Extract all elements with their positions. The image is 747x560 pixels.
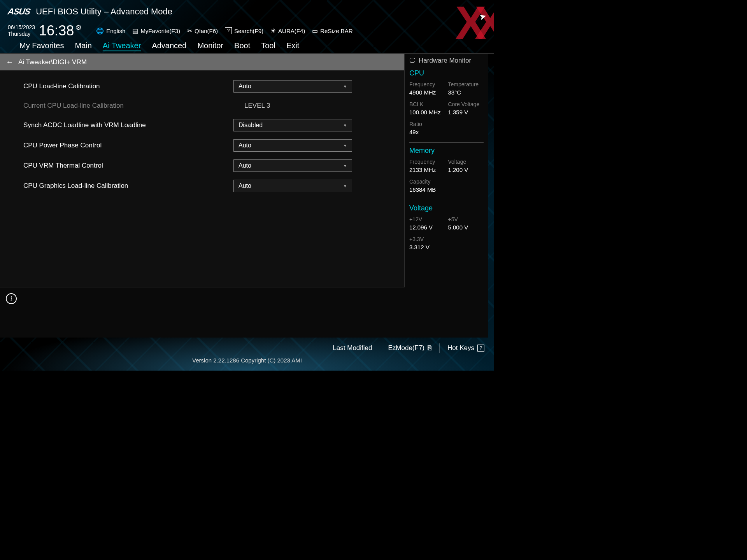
chevron-down-icon: ▼ [343,184,347,188]
setting-synch-acdc: Synch ACDC Loadline with VRM Loadline Di… [0,115,404,135]
footer: Last Modified EzMode(F7) ⎘ Hot Keys ? Ve… [0,338,494,371]
setting-label: CPU Load-line Calibration [23,82,233,90]
stat-label: Temperature [448,81,484,88]
question-icon: ? [225,27,232,34]
stat-label: Frequency [409,159,445,165]
stat-label: +3.3V [409,236,445,242]
setting-vrm-thermal: CPU VRM Thermal Control Auto ▼ [0,156,404,176]
stat-label: Frequency [409,81,445,88]
watermark-logo: XX [455,4,494,41]
page-title: UEFI BIOS Utility – Advanced Mode [36,7,172,17]
sidebar-title: Hardware Monitor [419,57,471,65]
chevron-down-icon: ▼ [343,144,347,148]
fan-icon: ✂ [187,27,192,35]
nav-tabs: My Favorites Main Ai Tweaker Advanced Mo… [0,38,494,54]
chevron-down-icon: ▼ [343,123,347,128]
breadcrumb: ← Ai Tweaker\DIGI+ VRM [0,54,404,70]
gear-icon[interactable]: ⚙ [75,23,82,32]
exit-icon: ⎘ [428,344,431,352]
stat-value: 3.312 V [409,244,445,250]
setting-label: CPU Graphics Load-line Calibration [23,182,233,190]
stat-value: 16384 MB [409,186,445,193]
stat-label: Capacity [409,178,445,185]
stat-value: 4900 MHz [409,89,445,96]
tab-exit[interactable]: Exit [286,41,299,50]
setting-label: Current CPU Load-line Calibration [23,102,233,110]
tab-main[interactable]: Main [75,41,91,50]
stat-value: 5.000 V [448,224,484,231]
stat-label: +12V [409,216,445,222]
setting-power-phase: CPU Power Phase Control Auto ▼ [0,135,404,156]
chevron-down-icon: ▼ [343,164,347,168]
monitor-icon: 🖵 [409,57,416,64]
voltage-section-title: Voltage [409,204,484,212]
ezmode-button[interactable]: EzMode(F7) ⎘ [388,344,431,352]
dropdown-cpu-llc[interactable]: Auto ▼ [233,80,352,93]
setting-label: CPU Power Phase Control [23,142,233,149]
brand-logo: ASUS [7,7,31,17]
datetime: 06/15/2023 Thursday 16:38 ⚙ [8,23,82,39]
tab-my-favorites[interactable]: My Favorites [19,41,64,50]
tab-advanced[interactable]: Advanced [152,41,186,50]
tab-monitor[interactable]: Monitor [197,41,223,50]
bookmark-icon: ▤ [132,27,138,35]
language-selector[interactable]: 🌐 English [96,27,125,35]
stat-value: 1.200 V [448,166,484,173]
time: 16:38 [39,23,74,39]
bar-icon: ▭ [312,27,318,35]
tab-ai-tweaker[interactable]: Ai Tweaker [103,41,141,50]
globe-icon: 🌐 [96,27,104,35]
resizebar-button[interactable]: ▭ ReSize BAR [312,27,352,35]
sun-icon: ☀ [270,27,276,35]
stat-label: Core Voltage [448,101,484,107]
stat-value: 49x [409,129,445,135]
setting-cpu-llc: CPU Load-line Calibration Auto ▼ [0,76,404,96]
chevron-down-icon: ▼ [343,84,347,89]
stat-value: 2133 MHz [409,166,445,173]
day: Thursday [8,31,35,37]
last-modified-button[interactable]: Last Modified [333,344,372,352]
aura-button[interactable]: ☀ AURA(F4) [270,27,305,35]
memory-section-title: Memory [409,147,484,155]
version-text: Version 2.22.1286 Copyright (C) 2023 AMI [0,355,494,366]
setting-graphics-llc: CPU Graphics Load-line Calibration Auto … [0,176,404,196]
dropdown-vrm-thermal[interactable]: Auto ▼ [233,159,352,172]
stat-label: Ratio [409,121,445,127]
dropdown-graphics-llc[interactable]: Auto ▼ [233,180,352,192]
tab-tool[interactable]: Tool [261,41,275,50]
question-icon: ? [477,345,484,352]
header: ASUS UEFI BIOS Utility – Advanced Mode 0… [0,0,494,38]
info-bar: i [0,287,405,338]
search-button[interactable]: ? Search(F9) [225,27,263,34]
setting-label: CPU VRM Thermal Control [23,162,233,170]
dropdown-synch-acdc[interactable]: Disabled ▼ [233,119,352,131]
dropdown-power-phase[interactable]: Auto ▼ [233,139,352,152]
stat-label: Voltage [448,159,484,165]
stat-value: 12.096 V [409,224,445,231]
back-arrow-icon[interactable]: ← [6,58,14,66]
stat-label: BCLK [409,101,445,107]
stat-label: +5V [448,216,484,222]
setting-label: Synch ACDC Loadline with VRM Loadline [23,121,233,129]
date: 06/15/2023 [8,24,35,31]
stat-value: 100.00 MHz [409,109,445,116]
stat-value: 1.359 V [448,109,484,116]
breadcrumb-text: Ai Tweaker\DIGI+ VRM [18,58,87,66]
stat-value: 33°C [448,89,484,96]
tab-boot[interactable]: Boot [234,41,250,50]
hotkeys-button[interactable]: Hot Keys ? [447,344,484,352]
qfan-button[interactable]: ✂ Qfan(F6) [187,27,218,35]
setting-current-llc: Current CPU Load-line Calibration LEVEL … [0,96,404,115]
myfavorite-button[interactable]: ▤ MyFavorite(F3) [132,27,180,35]
info-icon[interactable]: i [6,293,17,304]
cpu-section-title: CPU [409,69,484,77]
hardware-monitor-sidebar: 🖵 Hardware Monitor CPU Frequency4900 MHz… [405,54,488,338]
static-value: LEVEL 3 [233,102,270,110]
